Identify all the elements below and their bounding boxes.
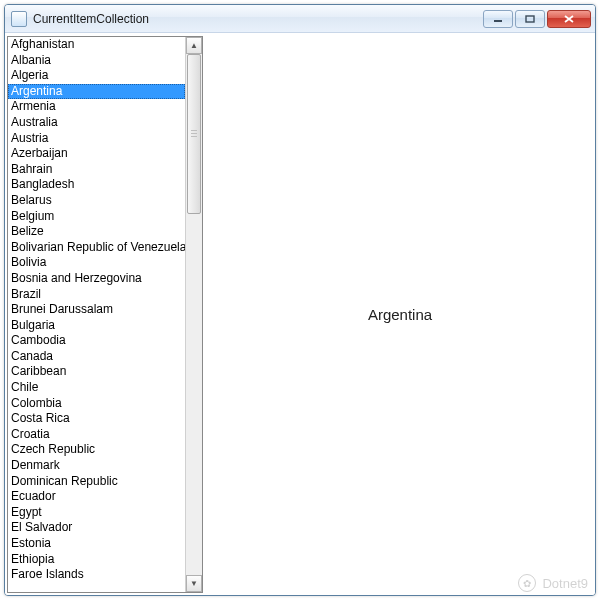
vertical-scrollbar[interactable]: ▲ ▼	[185, 37, 202, 592]
list-item[interactable]: Chile	[8, 380, 185, 396]
list-item[interactable]: Estonia	[8, 536, 185, 552]
svg-rect-1	[526, 16, 534, 22]
list-item[interactable]: Belgium	[8, 209, 185, 225]
selected-country-label: Argentina	[368, 306, 432, 323]
list-item[interactable]: Ecuador	[8, 489, 185, 505]
app-window: CurrentItemCollection AfghanistanAlbania…	[4, 4, 596, 596]
scroll-up-button[interactable]: ▲	[186, 37, 202, 54]
list-item[interactable]: Dominican Republic	[8, 474, 185, 490]
list-item[interactable]: Egypt	[8, 505, 185, 521]
listbox-viewport: AfghanistanAlbaniaAlgeriaArgentinaArmeni…	[8, 37, 185, 592]
app-icon	[11, 11, 27, 27]
list-item[interactable]: Brunei Darussalam	[8, 302, 185, 318]
list-item[interactable]: Bolivia	[8, 255, 185, 271]
list-item[interactable]: Ethiopia	[8, 552, 185, 568]
list-item[interactable]: Colombia	[8, 396, 185, 412]
list-item[interactable]: Costa Rica	[8, 411, 185, 427]
svg-rect-0	[494, 20, 502, 22]
list-item[interactable]: Argentina	[8, 84, 185, 100]
list-item[interactable]: Bahrain	[8, 162, 185, 178]
maximize-icon	[525, 15, 535, 23]
list-item[interactable]: Austria	[8, 131, 185, 147]
list-item[interactable]: Albania	[8, 53, 185, 69]
window-title: CurrentItemCollection	[33, 12, 483, 26]
list-item[interactable]: Algeria	[8, 68, 185, 84]
list-item[interactable]: Cambodia	[8, 333, 185, 349]
list-item[interactable]: Australia	[8, 115, 185, 131]
list-item[interactable]: Faroe Islands	[8, 567, 185, 583]
window-buttons	[483, 10, 591, 28]
list-item[interactable]: Azerbaijan	[8, 146, 185, 162]
list-item[interactable]: El Salvador	[8, 520, 185, 536]
list-item[interactable]: Czech Republic	[8, 442, 185, 458]
list-item[interactable]: Belarus	[8, 193, 185, 209]
list-item[interactable]: Caribbean	[8, 364, 185, 380]
list-item[interactable]: Armenia	[8, 99, 185, 115]
titlebar[interactable]: CurrentItemCollection	[5, 5, 595, 33]
list-item[interactable]: Brazil	[8, 287, 185, 303]
list-item[interactable]: Canada	[8, 349, 185, 365]
close-icon	[563, 14, 575, 24]
list-item[interactable]: Bangladesh	[8, 177, 185, 193]
list-item[interactable]: Belize	[8, 224, 185, 240]
maximize-button[interactable]	[515, 10, 545, 28]
detail-panel: Argentina	[205, 34, 595, 595]
scroll-down-button[interactable]: ▼	[186, 575, 202, 592]
country-listbox[interactable]: AfghanistanAlbaniaAlgeriaArgentinaArmeni…	[7, 36, 203, 593]
scroll-thumb[interactable]	[187, 54, 201, 214]
close-button[interactable]	[547, 10, 591, 28]
list-item[interactable]: Croatia	[8, 427, 185, 443]
list-item[interactable]: Afghanistan	[8, 37, 185, 53]
scroll-track[interactable]	[186, 54, 202, 575]
list-item[interactable]: Bulgaria	[8, 318, 185, 334]
list-item[interactable]: Bosnia and Herzegovina	[8, 271, 185, 287]
minimize-button[interactable]	[483, 10, 513, 28]
list-item[interactable]: Bolivarian Republic of Venezuela	[8, 240, 185, 256]
minimize-icon	[493, 15, 503, 23]
client-area: AfghanistanAlbaniaAlgeriaArgentinaArmeni…	[5, 33, 595, 595]
list-item[interactable]: Denmark	[8, 458, 185, 474]
